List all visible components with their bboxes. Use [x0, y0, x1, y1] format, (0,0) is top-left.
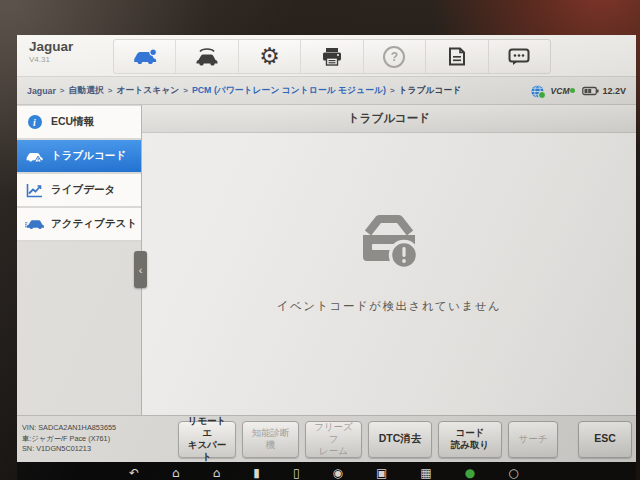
diagnostic-app-screen: Jaguar V4.31 [17, 35, 636, 480]
app-version: V4.31 [29, 55, 73, 64]
vehicle-info: VIN: SADCA2AN1HA853655 車:ジャガー/F Pace (X7… [22, 423, 178, 456]
help-icon: ? [383, 46, 405, 68]
vehicle-sn: SN: V1DGN5C01213 [22, 444, 178, 455]
sidebar-item-label: ライブデータ [51, 183, 115, 197]
data-manager-icon [447, 47, 467, 66]
breadcrumb-separator: > [60, 86, 65, 95]
footer-buttons: リモートエ キスパート 知能診断機 フリーズフ レーム DTC消去 コード 読み… [178, 421, 632, 458]
main-panel: トラブルコード イベントコードが検出されていません [141, 105, 636, 415]
toolbar-icon-strip: ⚙ ? [113, 39, 551, 74]
panel-body: イベントコードが検出されていません [142, 133, 636, 415]
battery-voltage: 12.2V [602, 86, 626, 96]
breadcrumb-separator: > [390, 86, 395, 95]
home-icon[interactable]: ⌂ [172, 467, 180, 479]
breadcrumb-separator: > [183, 86, 188, 95]
content-area: i ECU情報 トラブルコード [17, 105, 636, 415]
screenshot-icon[interactable]: ◉ [333, 467, 343, 479]
vehicle-lift-button[interactable] [176, 40, 238, 73]
sidebar-item-active-test[interactable]: アクティブテスト [17, 208, 141, 240]
android-navbar: ↶ ⌂ ⌂ ▮ ▯ ◉ ▣ ▦ ● ○ [17, 462, 636, 480]
feedback-button[interactable] [489, 40, 550, 73]
status-indicators: VCM 12.2V [531, 82, 626, 100]
freeze-frame-button[interactable]: フリーズフ レーム [305, 421, 362, 458]
panel-title: トラブルコード [348, 111, 430, 126]
breadcrumb-segment[interactable]: 自動選択 [69, 85, 104, 97]
breadcrumb-separator: > [108, 86, 113, 95]
network-globe-icon [531, 84, 544, 97]
printer-icon [321, 47, 343, 66]
vehicle-lift-icon [194, 48, 220, 66]
sidebar-item-live-data[interactable]: ライブデータ [17, 174, 141, 206]
print-button[interactable] [301, 40, 363, 73]
battery-indicator: 12.2V [582, 82, 626, 100]
sidebar-item-trouble-codes[interactable]: トラブルコード [17, 140, 141, 172]
vehicle-model: 車:ジャガー/F Pace (X761) [22, 434, 178, 445]
settings-gear-icon: ⚙ [259, 45, 280, 68]
no-codes-icon [352, 211, 426, 273]
read-codes-button[interactable]: コード 読み取り [438, 421, 502, 458]
settings-button[interactable]: ⚙ [239, 40, 301, 73]
gallery-icon[interactable]: ▦ [420, 467, 431, 479]
top-toolbar: Jaguar V4.31 [17, 35, 636, 77]
breadcrumb: Jaguar > 自動選択 > オートスキャン > PCM (パワートレーン コ… [27, 85, 461, 97]
sidebar-filler [17, 242, 141, 415]
breadcrumb-segment[interactable]: オートスキャン [116, 85, 179, 97]
vci-status-icon[interactable]: ● [465, 467, 475, 479]
battery-icon [582, 82, 599, 100]
chevron-left-icon: ‹ [139, 264, 143, 276]
search-button[interactable]: サーチ [508, 421, 558, 458]
esc-button[interactable]: ESC [578, 421, 632, 458]
sidebar-item-label: トラブルコード [51, 149, 126, 163]
trouble-code-icon [25, 149, 44, 164]
panel-header: トラブルコード [142, 105, 636, 133]
sidebar-item-label: アクティブテスト [51, 217, 137, 231]
live-data-icon [25, 183, 44, 198]
vehicle-diagnostics-button[interactable] [114, 40, 176, 73]
intelligent-diagnostics-button[interactable]: 知能診断機 [242, 421, 299, 458]
vci-connected-dot [570, 88, 575, 93]
breadcrumb-bar: Jaguar > 自動選択 > オートスキャン > PCM (パワートレーン コ… [17, 77, 636, 105]
back-icon[interactable]: ↶ [129, 467, 139, 479]
sidebar-collapse-handle[interactable]: ‹ [134, 251, 147, 288]
app-title: Jaguar [29, 39, 73, 55]
sidebar-item-ecu-info[interactable]: i ECU情報 [17, 106, 141, 138]
sidebar-item-label: ECU情報 [51, 115, 94, 129]
data-manager-button[interactable] [426, 40, 488, 73]
active-test-icon [25, 217, 44, 231]
camera-icon[interactable]: ▣ [376, 467, 387, 479]
workshop-icon[interactable]: ⌂ [213, 467, 221, 479]
empty-state-message: イベントコードが検出されていません [277, 299, 502, 314]
erase-dtc-button[interactable]: DTC消去 [368, 421, 432, 458]
vci-label: VCM [551, 86, 570, 96]
app-identity: Jaguar V4.31 [29, 39, 73, 64]
remote-expert-button[interactable]: リモートエ キスパート [178, 421, 236, 458]
footer-bar: VIN: SADCA2AN1HA853655 車:ジャガー/F Pace (X7… [17, 415, 636, 462]
tablet-photo: Jaguar V4.31 [0, 0, 640, 480]
breadcrumb-segment-current: トラブルコード [399, 85, 462, 97]
function-sidebar: i ECU情報 トラブルコード [17, 105, 141, 415]
app-square-icon[interactable]: ▮ [253, 467, 260, 479]
breadcrumb-segment[interactable]: PCM (パワートレーン コントロール モジュール) [192, 85, 386, 97]
help-button[interactable]: ? [364, 40, 426, 73]
ecu-info-icon: i [25, 115, 44, 129]
recents-icon[interactable]: ▯ [293, 467, 300, 479]
vehicle-diagnostics-icon [132, 48, 158, 65]
feedback-chat-icon [508, 48, 530, 66]
breadcrumb-segment[interactable]: Jaguar [27, 86, 56, 96]
network-status-dot [538, 91, 546, 99]
vehicle-vin: VIN: SADCA2AN1HA853655 [22, 423, 178, 434]
vci-indicator: VCM [551, 86, 576, 96]
chat-icon[interactable]: ○ [508, 467, 518, 479]
